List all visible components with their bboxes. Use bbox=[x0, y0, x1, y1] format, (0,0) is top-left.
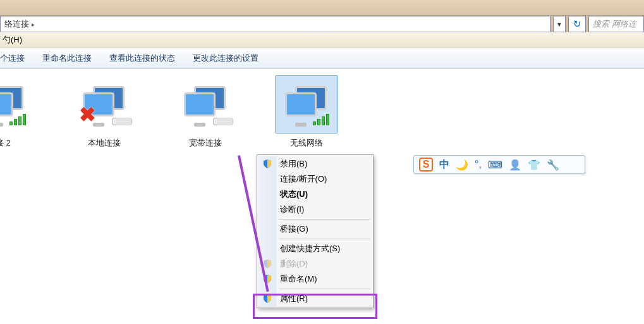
context-menu-separator bbox=[279, 239, 370, 239]
toolbar-rename[interactable]: 重命名此连接 bbox=[42, 53, 92, 64]
ctx-status[interactable]: 状态(U) bbox=[258, 187, 372, 202]
window-titlebar bbox=[0, 0, 644, 16]
connection-label: 宽带连接 bbox=[164, 137, 246, 149]
refresh-icon: ↻ bbox=[573, 18, 581, 30]
connection-icon bbox=[174, 75, 237, 134]
address-dropdown-button[interactable]: ▼ bbox=[553, 16, 566, 32]
ime-moon-icon[interactable]: 🌙 bbox=[456, 159, 468, 171]
ctx-connect[interactable]: 连接/断开(O) bbox=[258, 171, 372, 187]
ctx-rename-label: 重命名(M) bbox=[280, 273, 317, 285]
toolbar-this-connection[interactable]: 个连接 bbox=[0, 53, 25, 64]
uac-shield-icon bbox=[262, 259, 272, 269]
ctx-properties-label: 属性(R) bbox=[280, 293, 308, 304]
signal-bars-icon bbox=[9, 114, 26, 125]
toolbar-change-settings[interactable]: 更改此连接的设置 bbox=[193, 53, 258, 64]
connection-item-selected[interactable]: 无线网络 bbox=[265, 75, 348, 149]
ctx-bridge[interactable]: 桥接(G) bbox=[258, 221, 372, 237]
ctx-bridge-label: 桥接(G) bbox=[280, 223, 308, 235]
ctx-delete: 删除(D) bbox=[258, 256, 372, 271]
modem-icon bbox=[112, 118, 132, 125]
breadcrumb-arrow-icon: ▸ bbox=[32, 21, 35, 28]
ime-skin-icon[interactable]: 👕 bbox=[528, 159, 540, 171]
uac-shield-icon bbox=[262, 159, 272, 169]
search-input[interactable]: 搜索 网络连 bbox=[588, 16, 644, 32]
connection-item[interactable]: 宽带连接 bbox=[164, 75, 246, 149]
ime-lang[interactable]: 中 bbox=[439, 158, 449, 171]
search-placeholder: 搜索 网络连 bbox=[593, 18, 636, 30]
ctx-properties[interactable]: 属性(R) bbox=[258, 291, 372, 306]
ctx-disable-label: 禁用(B) bbox=[280, 158, 307, 170]
connection-icon bbox=[275, 75, 338, 134]
refresh-button[interactable]: ↻ bbox=[568, 16, 586, 32]
toolbar-view-status[interactable]: 查看此连接的状态 bbox=[109, 53, 175, 64]
ime-tool-icon[interactable]: 🔧 bbox=[547, 159, 559, 171]
ime-person-icon[interactable]: 👤 bbox=[509, 159, 521, 171]
ime-toolbar[interactable]: S 中 🌙 °, ⌨ 👤 👕 🔧 bbox=[413, 155, 585, 174]
connection-label: 本地连接 bbox=[63, 137, 145, 149]
signal-bars-icon bbox=[313, 114, 329, 125]
address-path: 络连接 bbox=[4, 18, 29, 30]
sogou-logo-icon[interactable]: S bbox=[419, 158, 433, 171]
context-menu-separator bbox=[279, 289, 370, 289]
connection-icon bbox=[0, 75, 35, 134]
ctx-status-label: 状态(U) bbox=[280, 189, 308, 200]
address-bar[interactable]: 络连接 ▸ bbox=[0, 16, 550, 32]
menu-help[interactable]: 勺(H) bbox=[3, 34, 22, 46]
connection-item[interactable]: 接 2 bbox=[0, 75, 44, 149]
ime-punct-icon[interactable]: °, bbox=[475, 159, 482, 170]
ctx-rename[interactable]: 重命名(M) bbox=[258, 271, 372, 287]
connection-item[interactable]: ✖ 本地连接 bbox=[63, 75, 145, 149]
connection-label: 无线网络 bbox=[265, 137, 348, 149]
context-menu-separator bbox=[279, 219, 370, 220]
ctx-delete-label: 删除(D) bbox=[280, 258, 308, 270]
disabled-x-icon: ✖ bbox=[79, 103, 96, 127]
context-menu: 禁用(B) 连接/断开(O) 状态(U) 诊断(I) 桥接(G) 创建快捷方式(… bbox=[257, 154, 374, 308]
connection-icon: ✖ bbox=[73, 75, 136, 134]
ctx-shortcut-label: 创建快捷方式(S) bbox=[280, 243, 340, 254]
address-bar-row: 络连接 ▸ ▼ ↻ 搜索 网络连 bbox=[0, 16, 644, 32]
ime-keyboard-icon[interactable]: ⌨ bbox=[488, 159, 502, 171]
menu-bar: 勺(H) bbox=[0, 32, 644, 47]
command-toolbar: 个连接 重命名此连接 查看此连接的状态 更改此连接的设置 bbox=[0, 47, 644, 69]
ctx-disable[interactable]: 禁用(B) bbox=[258, 156, 372, 171]
ctx-diagnose[interactable]: 诊断(I) bbox=[258, 202, 372, 217]
ctx-diagnose-label: 诊断(I) bbox=[280, 204, 304, 215]
uac-shield-icon bbox=[262, 294, 272, 304]
uac-shield-icon bbox=[262, 274, 272, 284]
ctx-connect-label: 连接/断开(O) bbox=[280, 173, 327, 185]
modem-icon bbox=[213, 118, 233, 125]
ctx-shortcut[interactable]: 创建快捷方式(S) bbox=[258, 241, 372, 256]
connection-label: 接 2 bbox=[0, 137, 44, 149]
